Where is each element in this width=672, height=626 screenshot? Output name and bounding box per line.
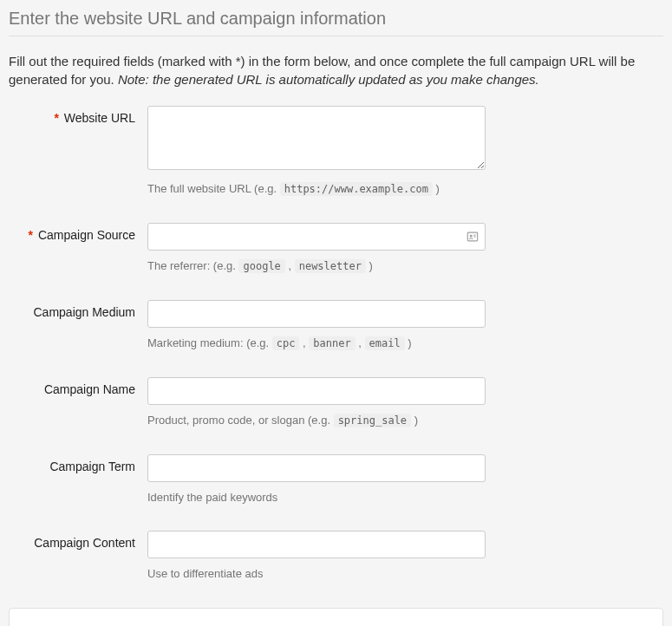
help-code: email	[365, 336, 405, 350]
row-campaign-medium: Campaign Medium Marketing medium: (e.g. …	[9, 300, 663, 351]
page-title: Enter the website URL and campaign infor…	[9, 9, 663, 36]
help-text: )	[366, 259, 373, 272]
help-text: The full website URL (e.g.	[147, 182, 280, 195]
help-code: google	[238, 259, 284, 273]
label-campaign-source: * Campaign Source	[9, 223, 147, 242]
label-text: Campaign Name	[44, 382, 135, 396]
required-mark: *	[54, 111, 58, 125]
campaign-term-input[interactable]	[147, 454, 486, 482]
row-website-url: * Website URL The full website URL (e.g.…	[9, 106, 663, 197]
help-text: ,	[299, 336, 309, 349]
label-text: Website URL	[64, 111, 135, 125]
campaign-medium-input[interactable]	[147, 300, 486, 328]
intro-note: Note: the generated URL is automatically…	[118, 72, 539, 87]
help-text: Marketing medium: (e.g.	[147, 336, 272, 349]
label-text: Campaign Medium	[34, 305, 136, 319]
help-text: The referrer: (e.g.	[147, 259, 238, 272]
row-campaign-term: Campaign Term Identify the paid keywords	[9, 454, 663, 505]
website-url-input[interactable]	[147, 106, 486, 170]
label-text: Campaign Source	[38, 228, 135, 242]
help-code: newsletter	[295, 259, 366, 273]
label-text: Campaign Content	[34, 536, 135, 550]
label-campaign-term: Campaign Term	[9, 454, 147, 473]
help-text: ,	[285, 259, 295, 272]
help-text: )	[405, 336, 412, 349]
help-code: https://www.example.com	[280, 182, 433, 196]
label-campaign-name: Campaign Name	[9, 377, 147, 396]
help-campaign-medium: Marketing medium: (e.g. cpc , banner , e…	[147, 336, 486, 351]
help-campaign-term: Identify the paid keywords	[147, 491, 486, 505]
required-mark: *	[29, 228, 33, 242]
campaign-name-input[interactable]	[147, 377, 486, 405]
label-campaign-content: Campaign Content	[9, 531, 147, 550]
row-campaign-content: Campaign Content Use to differentiate ad…	[9, 531, 663, 582]
help-code: spring_sale	[334, 414, 411, 427]
help-campaign-source: The referrer: (e.g. google , newsletter …	[147, 259, 486, 274]
row-campaign-name: Campaign Name Product, promo code, or sl…	[9, 377, 663, 428]
result-panel: Fill out all the required fields above a…	[9, 608, 663, 626]
label-text: Campaign Term	[49, 460, 135, 473]
campaign-source-input[interactable]	[147, 223, 486, 251]
help-text: Product, promo code, or slogan (e.g.	[147, 414, 334, 427]
help-code: cpc	[272, 336, 300, 350]
help-website-url: The full website URL (e.g. https://www.e…	[147, 182, 486, 197]
help-campaign-name: Product, promo code, or slogan (e.g. spr…	[147, 414, 486, 428]
intro-text: Fill out the required fields (marked wit…	[9, 52, 663, 88]
help-text: )	[411, 414, 418, 427]
campaign-content-input[interactable]	[147, 531, 486, 558]
help-campaign-content: Use to differentiate ads	[147, 567, 486, 582]
help-code: banner	[309, 336, 355, 350]
help-text: )	[433, 182, 440, 195]
help-text: ,	[356, 336, 365, 349]
label-campaign-medium: Campaign Medium	[9, 300, 147, 319]
label-website-url: * Website URL	[9, 106, 147, 125]
row-campaign-source: * Campaign Source The referrer: (e.g. go…	[9, 223, 663, 274]
